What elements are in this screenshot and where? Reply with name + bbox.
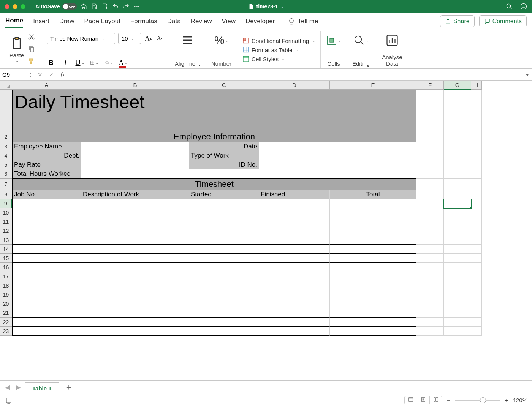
tab-home[interactable]: Home: [5, 14, 23, 28]
row-header-23[interactable]: 23: [0, 327, 12, 336]
add-sheet-button[interactable]: ＋: [62, 382, 76, 392]
col-header-H[interactable]: H: [471, 81, 482, 90]
maximize-window-button[interactable]: [21, 4, 25, 9]
editing-button[interactable]: ⌄: [352, 33, 370, 48]
page-break-view-button[interactable]: [430, 396, 442, 404]
tab-page-layout[interactable]: Page Layout: [84, 14, 120, 28]
col-header-G[interactable]: G: [444, 81, 471, 90]
minimize-window-button[interactable]: [13, 4, 17, 9]
sheet-prev-button[interactable]: ◀: [4, 384, 11, 391]
tab-developer[interactable]: Developer: [245, 14, 275, 28]
row-header-13[interactable]: 13: [0, 235, 12, 245]
undo-icon[interactable]: [112, 3, 119, 10]
namebox-spinner[interactable]: ▴▾: [30, 72, 32, 77]
row-header-20[interactable]: 20: [0, 299, 12, 308]
name-box[interactable]: G9 ▴▾: [0, 69, 34, 80]
tab-review[interactable]: Review: [191, 14, 212, 28]
cell-styles-button[interactable]: Cell Styles⌄: [242, 54, 315, 63]
row-header-7[interactable]: 7: [0, 179, 12, 190]
tab-view[interactable]: View: [222, 14, 236, 28]
row-header-2[interactable]: 2: [0, 131, 12, 142]
more-icon[interactable]: [133, 3, 141, 10]
number-button[interactable]: %⌄: [211, 33, 231, 48]
tab-draw[interactable]: Draw: [59, 14, 74, 28]
font-name-combo[interactable]: Times New Roman⌄: [47, 33, 115, 44]
row-header-11[interactable]: 11: [0, 217, 12, 226]
enter-formula-button[interactable]: ✓: [46, 69, 57, 80]
close-window-button[interactable]: [5, 4, 10, 9]
underline-button[interactable]: U⌄: [76, 58, 84, 67]
tell-me-search[interactable]: Tell me: [288, 17, 318, 25]
cancel-formula-button[interactable]: ✕: [34, 69, 46, 80]
save-as-icon[interactable]: [101, 3, 109, 10]
row-header-10[interactable]: 10: [0, 208, 12, 217]
zoom-out-button[interactable]: −: [447, 397, 450, 403]
normal-view-button[interactable]: [405, 396, 417, 404]
employee-info-header[interactable]: Employee Information: [12, 131, 416, 142]
decrease-font-icon[interactable]: A▾: [155, 34, 164, 43]
col-header-D[interactable]: D: [259, 81, 330, 90]
col-header-E[interactable]: E: [330, 81, 416, 90]
macro-record-icon[interactable]: [5, 396, 13, 404]
analyse-data-button[interactable]: [381, 33, 404, 48]
row-header-19[interactable]: 19: [0, 290, 12, 299]
zoom-in-button[interactable]: +: [505, 397, 508, 403]
row-header-6[interactable]: 6: [0, 169, 12, 179]
row-header-9[interactable]: 9: [0, 199, 12, 208]
comments-button[interactable]: Comments: [479, 15, 527, 27]
italic-button[interactable]: I: [61, 58, 70, 67]
expand-formula-bar[interactable]: ▾: [523, 69, 532, 80]
borders-button[interactable]: ⌄: [90, 58, 98, 67]
autosave-switch[interactable]: OFF: [62, 3, 77, 10]
col-header-F[interactable]: F: [416, 81, 444, 90]
font-color-button[interactable]: A⌄: [119, 58, 127, 67]
format-as-table-button[interactable]: Format as Table⌄: [242, 45, 315, 54]
paste-button[interactable]: Paste ⌄: [9, 35, 24, 63]
increase-font-icon[interactable]: A▴: [144, 34, 152, 43]
zoom-level[interactable]: 120%: [513, 397, 527, 403]
row-header-21[interactable]: 21: [0, 308, 12, 318]
row-header-14[interactable]: 14: [0, 245, 12, 254]
cells-button[interactable]: ⌄: [326, 33, 341, 48]
row-header-16[interactable]: 16: [0, 263, 12, 272]
col-header-C[interactable]: C: [189, 81, 259, 90]
tab-insert[interactable]: Insert: [33, 14, 49, 28]
row-header-22[interactable]: 22: [0, 318, 12, 327]
document-title[interactable]: time23-1 ⌄: [248, 3, 284, 9]
home-icon[interactable]: [80, 3, 87, 10]
row-header-1[interactable]: 1: [0, 90, 12, 131]
zoom-slider[interactable]: [455, 400, 500, 401]
sheet-tab[interactable]: Table 1: [25, 382, 59, 394]
col-header-A[interactable]: A: [12, 81, 81, 90]
timesheet-section-header[interactable]: Timesheet: [12, 179, 416, 190]
copy-icon[interactable]: [27, 45, 36, 53]
share-button[interactable]: Share: [440, 15, 475, 27]
row-header-3[interactable]: 3: [0, 142, 12, 151]
selected-cell[interactable]: [444, 199, 471, 208]
save-icon[interactable]: [90, 3, 98, 10]
tab-formulas[interactable]: Formulas: [130, 14, 157, 28]
row-header-4[interactable]: 4: [0, 151, 12, 160]
row-header-5[interactable]: 5: [0, 160, 12, 169]
row-header-12[interactable]: 12: [0, 226, 12, 235]
row-header-8[interactable]: 8: [0, 190, 12, 199]
sheet-next-button[interactable]: ▶: [14, 384, 22, 391]
autosave-toggle[interactable]: AutoSave OFF: [35, 3, 77, 10]
fill-color-button[interactable]: ⌄: [104, 58, 113, 67]
spreadsheet-grid[interactable]: ABCDEFGH 1234567891011121314151617181920…: [0, 81, 532, 380]
font-size-combo[interactable]: 10⌄: [118, 33, 141, 44]
formula-input[interactable]: [68, 69, 523, 80]
tab-data[interactable]: Data: [167, 14, 181, 28]
cut-icon[interactable]: [27, 33, 36, 41]
smiley-icon[interactable]: [520, 3, 527, 10]
fx-button[interactable]: fx: [57, 69, 68, 80]
search-icon[interactable]: [505, 3, 513, 10]
cells-area[interactable]: Daily TimesheetEmployee InformationEmplo…: [12, 90, 482, 336]
sheet-title-cell[interactable]: Daily Timesheet: [12, 90, 416, 131]
row-header-18[interactable]: 18: [0, 281, 12, 290]
row-header-15[interactable]: 15: [0, 254, 12, 263]
redo-icon[interactable]: [122, 3, 130, 10]
page-layout-view-button[interactable]: [417, 396, 430, 404]
row-header-17[interactable]: 17: [0, 272, 12, 281]
select-all-corner[interactable]: [0, 81, 12, 90]
